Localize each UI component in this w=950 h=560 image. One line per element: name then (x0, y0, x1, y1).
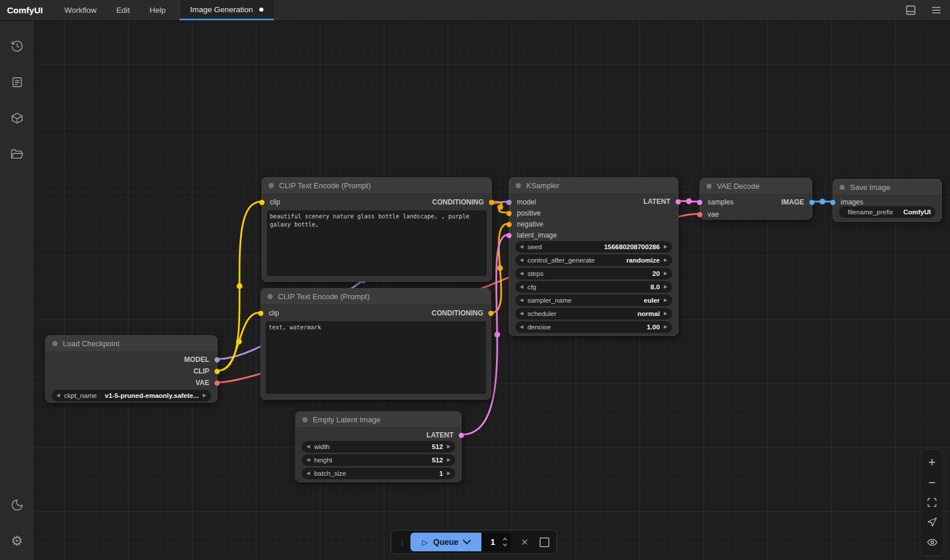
collapse-dot[interactable] (706, 184, 712, 189)
node-clip_encode_2[interactable]: CLIP Text Encode (Prompt)clipCONDITIONIN… (260, 288, 491, 400)
decrement-arrow[interactable]: ◀ (520, 268, 523, 279)
input-port-negative[interactable] (506, 222, 512, 227)
node-load_checkpoint[interactable]: Load CheckpointMODELCLIPVAE◀ckpt_namev1-… (45, 335, 217, 403)
increment-arrow[interactable]: ▶ (664, 254, 667, 266)
decrement-arrow[interactable]: ◀ (520, 321, 523, 333)
input-label-images: images (841, 198, 863, 207)
node-empty_latent[interactable]: Empty Latent ImageLATENT◀width512▶◀heigh… (295, 411, 462, 482)
widget-width[interactable]: ◀width512▶ (302, 441, 455, 453)
increment-arrow[interactable]: ▶ (447, 468, 451, 479)
node-ksampler[interactable]: KSamplermodelpositivenegativelatent_imag… (509, 177, 678, 336)
hamburger-menu-icon[interactable] (930, 5, 942, 16)
batch-count-input[interactable]: 1 (481, 533, 511, 551)
widget-denoise[interactable]: ◀denoise1.00▶ (515, 321, 672, 333)
node-save_image[interactable]: Save Imageimagesfilename_prefixComfyUI (833, 179, 942, 222)
output-label-IMAGE: IMAGE (781, 198, 804, 207)
output-port-LATENT[interactable] (459, 433, 464, 438)
decrement-arrow[interactable]: ◀ (520, 308, 523, 320)
widget-ckpt_name[interactable]: ◀ckpt_namev1-5-pruned-emaonly.safete...▶ (52, 390, 211, 401)
input-port-clip[interactable] (258, 311, 263, 316)
prompt-textarea[interactable]: beautiful scenery nature glass bottle la… (267, 210, 487, 276)
node-title-bar: VAE Decode (700, 178, 812, 195)
widget-cfg[interactable]: ◀cfg8.0▶ (515, 281, 672, 293)
widget-height[interactable]: ◀height512▶ (302, 454, 455, 466)
widget-label: denoise (527, 324, 551, 331)
input-port-positive[interactable] (506, 211, 512, 216)
play-icon: ▷ (422, 539, 428, 546)
increment-arrow[interactable]: ▶ (664, 321, 667, 333)
input-label-samples: samples (708, 198, 734, 207)
increment-arrow[interactable]: ▶ (664, 268, 667, 279)
output-port-IMAGE[interactable] (809, 200, 815, 205)
widget-seed[interactable]: ◀seed156680208700286▶ (515, 241, 672, 253)
fit-view-icon[interactable] (925, 496, 939, 509)
decrement-arrow[interactable]: ◀ (520, 281, 523, 293)
collapse-dot[interactable] (840, 185, 845, 190)
output-port-VAE[interactable] (215, 380, 220, 386)
increment-arrow[interactable]: ▶ (664, 241, 667, 253)
menu-workflow[interactable]: Workflow (55, 0, 106, 20)
output-port-MODEL[interactable] (215, 357, 220, 362)
collapse-dot[interactable] (516, 183, 521, 188)
widget-label: sampler_name (527, 297, 572, 304)
history-icon[interactable] (0, 28, 34, 64)
theme-moon-icon[interactable] (0, 487, 34, 523)
collapse-dot[interactable] (52, 341, 58, 346)
menu-edit[interactable]: Edit (106, 0, 140, 20)
select-mode-icon[interactable] (925, 515, 939, 529)
node-clip_encode_1[interactable]: CLIP Text Encode (Prompt)clipCONDITIONIN… (262, 177, 492, 282)
settings-gear-icon[interactable]: ⚙ (0, 523, 34, 559)
widget-batch_size[interactable]: ◀batch_size1▶ (302, 468, 455, 479)
decrement-arrow[interactable]: ◀ (306, 468, 310, 479)
widget-scheduler[interactable]: ◀schedulernormal▶ (515, 308, 672, 320)
input-port-samples[interactable] (697, 200, 702, 205)
decrement-arrow[interactable]: ◀ (56, 390, 60, 401)
output-port-CLIP[interactable] (215, 369, 220, 374)
menu-help[interactable]: Help (140, 0, 176, 20)
widget-control_after_generate[interactable]: ◀control_after_generaterandomize▶ (515, 254, 672, 266)
tab-image-generation[interactable]: Image Generation (180, 0, 274, 20)
decrement-arrow[interactable]: ◀ (306, 441, 310, 453)
increment-arrow[interactable]: ▶ (664, 281, 667, 293)
increment-arrow[interactable]: ▶ (664, 295, 667, 306)
decrement-arrow[interactable]: ◀ (520, 295, 523, 306)
widget-label: ckpt_name (64, 392, 97, 399)
output-port-CONDITIONING[interactable] (488, 311, 494, 316)
model-library-icon[interactable] (0, 100, 34, 136)
workflows-folder-icon[interactable] (0, 136, 34, 172)
decrement-arrow[interactable]: ◀ (520, 254, 523, 266)
collapse-dot[interactable] (269, 183, 274, 188)
prompt-textarea[interactable]: text, watermark (266, 321, 486, 394)
queue-button[interactable]: ▷ Queue (410, 533, 481, 551)
widget-filename_prefix[interactable]: filename_prefixComfyUI (839, 206, 935, 218)
collapse-dot[interactable] (302, 417, 308, 422)
increment-arrow[interactable]: ▶ (447, 441, 451, 453)
node-vae_decode[interactable]: VAE DecodesamplesvaeIMAGE (699, 178, 812, 220)
input-port-clip[interactable] (259, 200, 265, 205)
view-toolbar: + − (920, 449, 944, 556)
increment-arrow[interactable]: ▶ (664, 308, 667, 320)
panel-bottom-icon[interactable] (905, 5, 916, 16)
input-port-model[interactable] (506, 200, 512, 205)
zoom-out-icon[interactable]: − (925, 476, 939, 490)
clear-x-icon[interactable]: ✕ (521, 537, 528, 548)
decrement-arrow[interactable]: ◀ (520, 241, 523, 253)
input-port-latent_image[interactable] (506, 233, 512, 238)
batch-stepper[interactable] (502, 536, 508, 548)
widget-sampler_name[interactable]: ◀sampler_nameeuler▶ (515, 295, 672, 306)
node-library-icon[interactable] (0, 64, 34, 100)
widget-value: 8.0 (651, 283, 660, 290)
output-port-LATENT[interactable] (676, 199, 681, 204)
toggle-visibility-icon[interactable] (925, 536, 939, 550)
stop-square-icon[interactable] (540, 537, 549, 547)
widget-steps[interactable]: ◀steps20▶ (515, 268, 672, 279)
output-port-CONDITIONING[interactable] (489, 200, 494, 205)
collapse-dot[interactable] (267, 294, 273, 299)
zoom-in-icon[interactable]: + (925, 455, 939, 469)
input-port-images[interactable] (830, 200, 835, 205)
increment-arrow[interactable]: ▶ (203, 390, 206, 401)
decrement-arrow[interactable]: ◀ (306, 454, 310, 466)
input-port-vae[interactable] (697, 212, 702, 217)
increment-arrow[interactable]: ▶ (447, 454, 451, 466)
drag-handle[interactable]: ⋮ (398, 538, 406, 547)
